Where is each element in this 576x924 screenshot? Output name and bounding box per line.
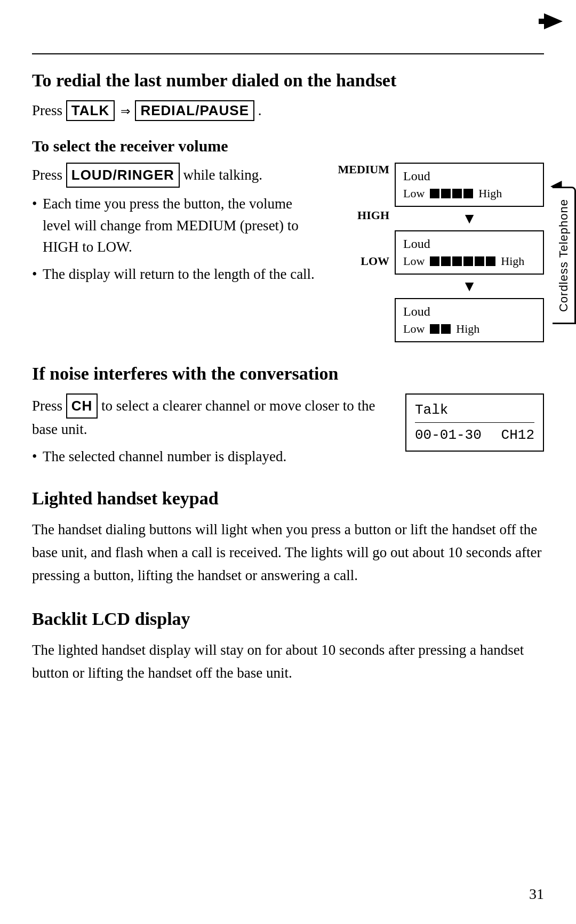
talk-button: TALK <box>66 100 115 121</box>
low-label: LOW <box>338 254 389 268</box>
redial-section: To redial the last number dialed on the … <box>32 70 544 121</box>
loud-press-line: Press LOUD/RINGER while talking. <box>32 163 322 188</box>
volume-content: Press LOUD/RINGER while talking. Each ti… <box>32 163 544 342</box>
medium-volume-box: Loud Low High ◀ <box>395 163 544 207</box>
down-arrow-2: ▼ <box>462 275 477 298</box>
low-volume-box: Loud Low High <box>395 298 544 342</box>
volume-boxes-column: Loud Low High ◀ <box>395 163 544 342</box>
noise-content: Press CH to select a clearer channel or … <box>32 393 544 467</box>
medium-blocks <box>430 189 473 198</box>
h-block-5 <box>475 256 484 266</box>
h-block-4 <box>463 256 473 266</box>
h-block-2 <box>441 256 451 266</box>
low-high-label: High <box>456 322 479 336</box>
noise-heading: If noise interferes with the conversatio… <box>32 364 544 384</box>
volume-section-wrapper: To select the receiver volume Press LOUD… <box>32 137 544 342</box>
low-blocks <box>430 324 451 334</box>
block-2 <box>441 189 451 198</box>
l-block-2 <box>441 324 451 334</box>
high-volume-box: Loud Low High <box>395 230 544 275</box>
arrow-symbol: ⇒ <box>121 105 133 118</box>
block-4 <box>463 189 473 198</box>
svg-marker-0 <box>539 13 563 29</box>
backlit-body: The lighted handset display will stay on… <box>32 639 544 685</box>
volume-bullets: Each time you press the button, the volu… <box>32 193 322 285</box>
low-box-title: Loud <box>403 304 535 319</box>
loud-ringer-button: LOUD/RINGER <box>66 163 180 188</box>
page-number: 31 <box>529 886 544 903</box>
top-right-arrow <box>539 11 565 32</box>
block-1 <box>430 189 439 198</box>
press-suffix: while talking. <box>183 167 262 183</box>
period: . <box>258 102 262 118</box>
l-block-1 <box>430 324 439 334</box>
volume-diagram: MEDIUM HIGH LOW Loud Low <box>338 163 544 342</box>
noise-bullets: The selected channel number is displayed… <box>32 446 389 468</box>
h-block-3 <box>452 256 462 266</box>
noise-text-area: Press CH to select a clearer channel or … <box>32 393 389 467</box>
ch-button: CH <box>66 393 98 419</box>
volume-bullet-2: The display will return to the length of… <box>32 263 322 285</box>
volume-level-labels: MEDIUM HIGH LOW <box>338 163 389 268</box>
high-bar-row: Low High <box>403 254 535 268</box>
volume-text-area: Press LOUD/RINGER while talking. Each ti… <box>32 163 322 290</box>
block-3 <box>452 189 462 198</box>
low-low-label: Low <box>403 322 425 336</box>
backlit-heading: Backlit LCD display <box>32 609 544 629</box>
channel-display-box: Talk 00-01-30 CH12 <box>405 393 544 452</box>
channel-time: 00-01-30 <box>415 427 482 443</box>
medium-bar-row: Low High <box>403 187 535 200</box>
volume-heading: To select the receiver volume <box>32 137 544 155</box>
page-container: To redial the last number dialed on the … <box>0 0 576 924</box>
redial-heading: To redial the last number dialed on the … <box>32 70 544 91</box>
channel-line2-row: 00-01-30 CH12 <box>415 427 534 443</box>
noise-press-word: Press <box>32 398 62 414</box>
h-block-6 <box>486 256 495 266</box>
noise-press-para: Press CH to select a clearer channel or … <box>32 393 389 440</box>
channel-ch: CH12 <box>501 427 534 443</box>
top-divider <box>32 53 544 54</box>
keypad-section: Lighted handset keypad The handset diali… <box>32 488 544 588</box>
volume-bullet-1: Each time you press the button, the volu… <box>32 193 322 258</box>
keypad-heading: Lighted handset keypad <box>32 488 544 509</box>
medium-box-title: Loud <box>403 169 535 183</box>
redial-button: REDIAL/PAUSE <box>135 100 254 121</box>
noise-bullet-1: The selected channel number is displayed… <box>32 446 389 468</box>
channel-line1: Talk <box>415 402 534 423</box>
medium-label: MEDIUM <box>338 163 389 176</box>
keypad-body: The handset dialing buttons will light w… <box>32 518 544 588</box>
high-box-title: Loud <box>403 237 535 251</box>
press-text: Press <box>32 102 62 118</box>
h-block-1 <box>430 256 439 266</box>
high-label: HIGH <box>338 208 389 222</box>
noise-section: If noise interferes with the conversatio… <box>32 364 544 467</box>
down-arrow-1: ▼ <box>462 207 477 230</box>
low-bar-row: Low High <box>403 322 535 336</box>
high-blocks <box>430 256 495 266</box>
side-label: Cordless Telephone <box>553 187 576 324</box>
medium-low-label: Low <box>403 187 425 200</box>
press-word: Press <box>32 167 62 183</box>
redial-press-line: Press TALK ⇒ REDIAL/PAUSE . <box>32 100 544 121</box>
high-low-label: Low <box>403 254 425 268</box>
high-high-label: High <box>501 254 524 268</box>
medium-high-label: High <box>478 187 502 200</box>
backlit-section: Backlit LCD display The lighted handset … <box>32 609 544 685</box>
